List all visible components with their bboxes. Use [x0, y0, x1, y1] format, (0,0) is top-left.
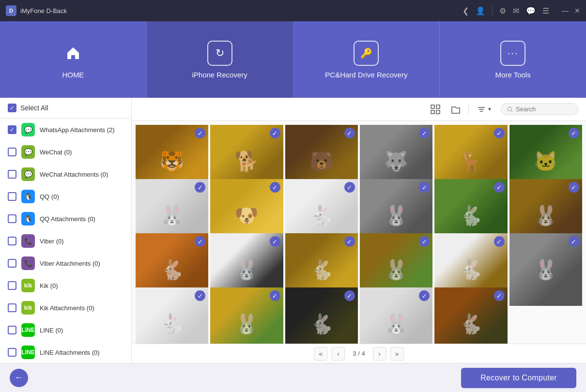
more-tools-label: More Tools [495, 71, 531, 79]
menu-icon[interactable]: ☰ [542, 6, 549, 15]
total-pages: 4 [361, 350, 365, 357]
sidebar-item-kik-attach[interactable]: kik Kik Attachments (0) [0, 297, 131, 319]
qq-attach-checkbox[interactable] [8, 214, 16, 223]
sidebar-item-line[interactable]: LINE LINE (0) [0, 319, 131, 341]
image-cell[interactable]: 🐰✓ [210, 287, 283, 344]
close-button[interactable]: ✕ [574, 7, 580, 15]
kik-attach-checkbox[interactable] [8, 303, 16, 312]
nav-more-tools[interactable]: ··· More Tools [440, 21, 586, 98]
folder-view-button[interactable] [448, 102, 463, 117]
viber-attach-checkbox[interactable] [8, 259, 16, 268]
image-select-check[interactable]: ✓ [569, 182, 579, 193]
search-box[interactable] [501, 103, 578, 115]
gear-icon[interactable]: ⚙ [499, 6, 506, 15]
sidebar: Select All 💬 WhatsApp Attachments (2) 💬 … [0, 98, 132, 363]
image-select-check[interactable]: ✓ [344, 290, 355, 301]
image-cell[interactable]: 🐇✓ [136, 287, 208, 344]
image-grid: 🐯✓🐕✓🐻✓🐺✓🦌✓🐱✓🐰✓🐶✓🐇✓🐰✓🐇✓🐰✓🐇✓🐰✓🐇✓🐰✓🐇✓🐰✓🐇✓🐰✓… [132, 121, 586, 344]
image-cell[interactable]: 🐰✓ [509, 233, 582, 306]
kik-label: Kik (0) [40, 282, 58, 289]
qq-checkbox[interactable] [8, 192, 16, 201]
image-select-check[interactable]: ✓ [344, 236, 355, 247]
sidebar-item-wechat[interactable]: 💬 WeChat (0) [0, 141, 131, 163]
line-attach-icon: LINE [21, 346, 35, 359]
sidebar-item-viber[interactable]: 📞 Viber (0) [0, 230, 131, 252]
pagination-bar: « ‹ 3 / 4 › » [132, 344, 586, 363]
viber-label: Viber (0) [40, 238, 64, 245]
current-page: 3 [353, 350, 356, 357]
qq-icon: 🐧 [21, 190, 35, 203]
kik-checkbox[interactable] [8, 281, 16, 290]
sidebar-item-viber-attach[interactable]: 📞 Viber Attachments (0) [0, 252, 131, 274]
image-select-check[interactable]: ✓ [270, 182, 280, 193]
recover-button[interactable]: Recover to Computer [461, 368, 576, 388]
line-checkbox[interactable] [8, 326, 16, 334]
sidebar-item-qq-attach[interactable]: 🐧 QQ Attachments (0) [0, 208, 131, 230]
chat-icon[interactable]: 💬 [526, 6, 536, 15]
wechat-checkbox[interactable] [8, 148, 16, 156]
nav-iphone-recovery[interactable]: ↻ iPhone Recovery [147, 21, 293, 98]
sidebar-item-whatsapp[interactable]: 💬 WhatsApp Attachments (2) [0, 119, 131, 141]
sidebar-item-kik[interactable]: kik Kik (0) [0, 274, 131, 297]
image-select-check[interactable]: ✓ [270, 290, 280, 301]
back-button[interactable]: ← [10, 369, 28, 387]
image-select-check[interactable]: ✓ [494, 128, 505, 138]
share-icon[interactable]: ❮ [463, 6, 469, 15]
image-select-check[interactable]: ✓ [344, 128, 355, 138]
whatsapp-checkbox[interactable] [8, 125, 16, 134]
image-select-check[interactable]: ✓ [494, 290, 505, 301]
back-icon: ← [15, 373, 23, 383]
app-logo: D [6, 5, 16, 16]
viber-attach-label: Viber Attachments (0) [40, 260, 100, 267]
pc-recovery-label: PC&Hard Drive Recovery [325, 71, 407, 79]
sidebar-items: 💬 WhatsApp Attachments (2) 💬 WeChat (0) … [0, 119, 131, 363]
svg-line-8 [511, 110, 512, 112]
filter-button[interactable]: ▼ [474, 104, 496, 115]
image-cell[interactable]: 🐇✓ [285, 287, 358, 344]
first-page-button[interactable]: « [314, 347, 327, 361]
page-info: 3 / 4 [349, 350, 369, 357]
kik-attach-label: Kik Attachments (0) [40, 304, 94, 312]
line-attach-checkbox[interactable] [8, 348, 16, 357]
prev-page-button[interactable]: ‹ [331, 347, 345, 361]
image-select-check[interactable]: ✓ [494, 236, 505, 247]
image-cell[interactable]: 🐰✓ [360, 287, 432, 344]
bottom-bar: ← Recover to Computer [0, 363, 586, 392]
user-icon[interactable]: 👤 [476, 6, 485, 15]
select-all-label: Select All [20, 104, 48, 112]
wechat-attach-checkbox[interactable] [8, 170, 16, 179]
svg-rect-1 [436, 105, 440, 108]
kik-icon: kik [21, 279, 35, 292]
whatsapp-icon: 💬 [21, 123, 35, 136]
next-page-button[interactable]: › [373, 347, 386, 361]
image-cell[interactable]: 🐇✓ [434, 287, 507, 344]
image-select-check[interactable]: ✓ [344, 182, 355, 193]
search-input[interactable] [516, 106, 572, 113]
sidebar-item-qq[interactable]: 🐧 QQ (0) [0, 185, 131, 208]
image-select-check[interactable]: ✓ [569, 128, 579, 138]
grid-view-button[interactable] [428, 102, 443, 117]
viber-checkbox[interactable] [8, 237, 16, 245]
line-icon: LINE [21, 323, 35, 337]
image-select-check[interactable]: ✓ [569, 236, 579, 247]
select-all-checkbox[interactable] [8, 104, 16, 112]
image-select-check[interactable]: ✓ [494, 182, 505, 193]
sidebar-item-line-attach[interactable]: LINE LINE Attachments (0) [0, 341, 131, 363]
sidebar-header: Select All [0, 98, 131, 119]
kik-attach-icon: kik [21, 301, 35, 315]
nav-home[interactable]: HOME [0, 21, 147, 98]
svg-rect-3 [436, 110, 440, 114]
minimize-button[interactable]: — [562, 7, 569, 15]
title-bar-icons: ❮ 👤 ⚙ ✉ 💬 ☰ — ✕ [463, 6, 580, 15]
wechat-icon: 💬 [21, 145, 35, 159]
viber-icon: 📞 [21, 234, 35, 248]
line-label: LINE (0) [40, 327, 63, 334]
image-select-check[interactable]: ✓ [270, 236, 280, 247]
sidebar-item-wechat-attach[interactable]: 💬 WeChat Attachments (0) [0, 163, 131, 185]
svg-rect-0 [431, 105, 434, 108]
nav-pc-hard-drive[interactable]: 🔑 PC&Hard Drive Recovery [293, 21, 440, 98]
qq-attach-label: QQ Attachments (0) [40, 215, 95, 223]
mail-icon[interactable]: ✉ [513, 6, 519, 15]
image-select-check[interactable]: ✓ [270, 128, 280, 138]
last-page-button[interactable]: » [390, 347, 404, 361]
